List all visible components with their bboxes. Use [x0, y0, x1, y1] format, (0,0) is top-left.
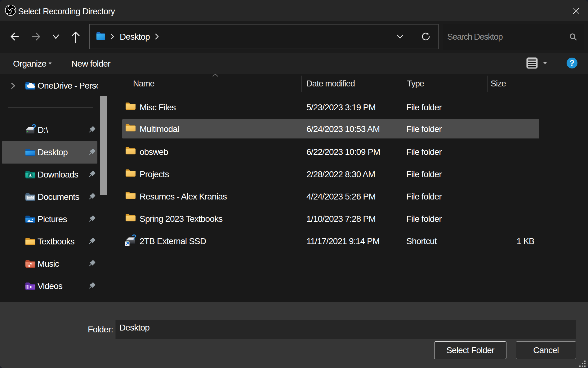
svg-text:?: ?: [32, 124, 36, 131]
svg-text:?: ?: [132, 234, 136, 242]
